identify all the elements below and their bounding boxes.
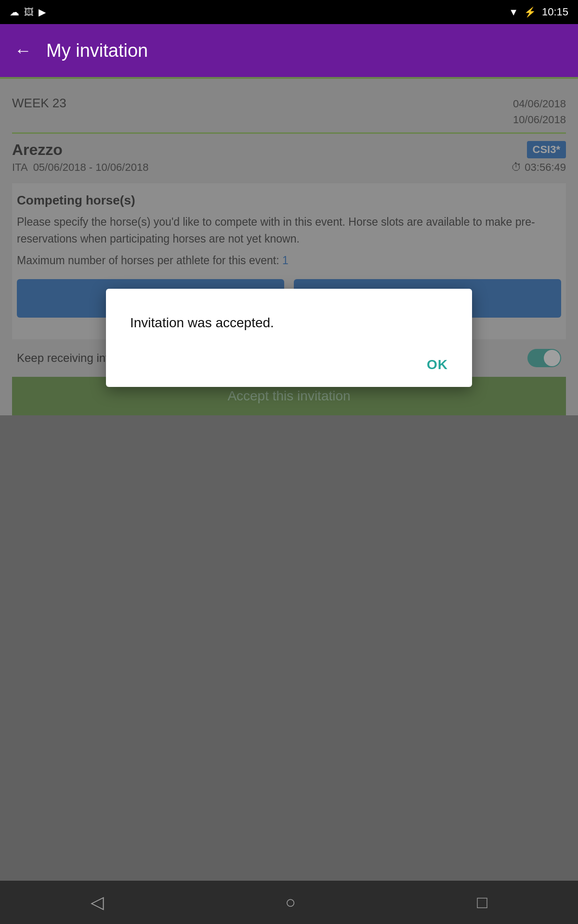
status-bar-left: ☁ 🖼 ▶ — [10, 6, 46, 18]
image-icon: 🖼 — [24, 7, 34, 18]
status-bar-right: ▼ ⚡ 10:15 — [509, 6, 568, 18]
wifi-icon: ▼ — [509, 7, 518, 18]
dialog: Invitation was accepted. OK — [106, 289, 472, 387]
app-bar: ← My invitation — [0, 24, 578, 77]
dialog-overlay: Invitation was accepted. OK — [0, 77, 578, 924]
status-time: 10:15 — [542, 6, 568, 18]
play-icon: ▶ — [39, 6, 46, 18]
page-title: My invitation — [46, 40, 148, 61]
status-bar: ☁ 🖼 ▶ ▼ ⚡ 10:15 — [0, 0, 578, 24]
dialog-message: Invitation was accepted. — [130, 313, 448, 333]
cloud-icon: ☁ — [10, 6, 19, 18]
battery-icon: ⚡ — [524, 6, 536, 18]
dialog-actions: OK — [130, 357, 448, 372]
dialog-ok-button[interactable]: OK — [427, 357, 448, 372]
back-button[interactable]: ← — [14, 40, 32, 61]
